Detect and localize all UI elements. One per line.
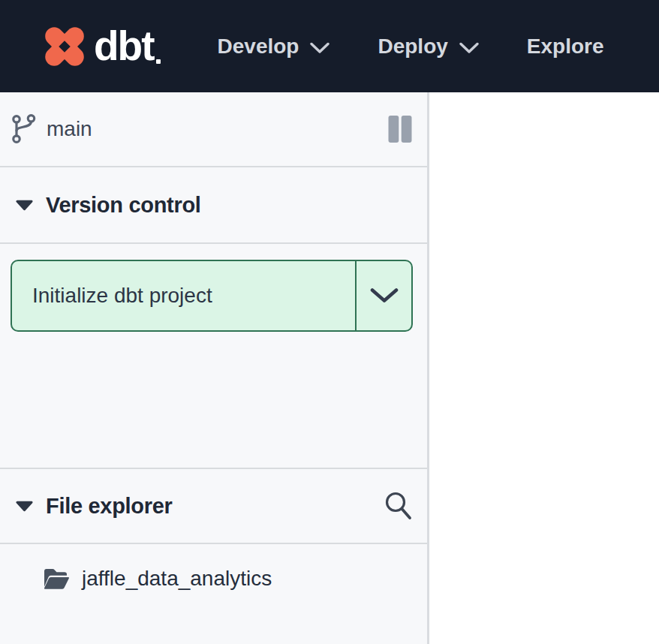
nav-item-explore-label: Explore (527, 36, 604, 57)
version-control-panel: Initialize dbt project (0, 244, 427, 469)
git-branch-bar[interactable]: main (0, 92, 427, 167)
file-explorer-header[interactable]: File explorer (0, 469, 427, 544)
top-nav-bar: dbt Develop Deploy Explore (0, 0, 659, 92)
tree-item-label: jaffle_data_analytics (82, 567, 272, 591)
initialize-project-split-button: Initialize dbt project (11, 260, 413, 332)
nav-item-deploy[interactable]: Deploy (378, 36, 478, 57)
dbt-logo-text: dbt (94, 26, 154, 67)
initialize-project-dropdown-button[interactable] (355, 261, 411, 330)
initialize-project-button[interactable]: Initialize dbt project (12, 261, 355, 330)
nav-item-develop-label: Develop (218, 36, 299, 57)
book-icon (387, 114, 413, 144)
file-search-button[interactable] (383, 490, 413, 522)
dbt-logo[interactable]: dbt (41, 23, 161, 71)
git-branch-icon (11, 114, 37, 144)
search-icon (383, 490, 413, 522)
tree-item-project-folder[interactable]: jaffle_data_analytics (0, 555, 427, 602)
version-control-title: Version control (46, 193, 201, 218)
caret-down-icon (16, 200, 33, 211)
top-nav-menu: Develop Deploy Explore (218, 36, 604, 57)
file-explorer-tree: jaffle_data_analytics (0, 544, 427, 644)
branch-name: main (47, 117, 92, 141)
dbt-logo-trademark-dot (156, 59, 161, 64)
chevron-down-icon (370, 287, 399, 304)
nav-item-develop[interactable]: Develop (218, 36, 330, 57)
caret-down-icon (16, 501, 33, 512)
version-control-header[interactable]: Version control (0, 167, 427, 244)
dbt-ide-window: dbt Develop Deploy Explore (0, 0, 659, 644)
docs-button[interactable] (387, 114, 413, 144)
editor-empty-area (429, 92, 659, 644)
folder-open-icon (43, 567, 69, 590)
chevron-down-icon (459, 42, 479, 54)
dbt-logo-icon (41, 23, 89, 71)
nav-item-explore[interactable]: Explore (527, 36, 604, 57)
ide-content: main Version control (0, 92, 659, 644)
chevron-down-icon (310, 42, 330, 54)
ide-sidebar: main Version control (0, 92, 429, 644)
file-explorer-title: File explorer (46, 494, 173, 519)
nav-item-deploy-label: Deploy (378, 36, 447, 57)
